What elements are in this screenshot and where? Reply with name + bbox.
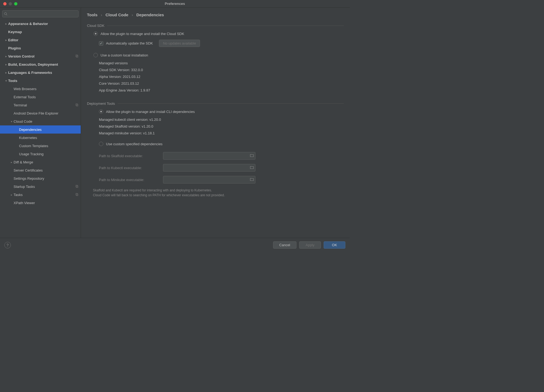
sidebar-item[interactable]: ▸Tasks	[0, 191, 81, 199]
settings-tree[interactable]: ▸Appearance & Behavior▸Keymap▸Editor▸Plu…	[0, 20, 81, 238]
preferences-window: Preferences ▸Appearance & Behavior▸Keyma…	[0, 0, 350, 252]
cloud-sdk-section: Cloud SDK Allow the plugin to manage and…	[81, 22, 350, 98]
radio-custom-sdk[interactable]: Use a custom local installation	[87, 53, 344, 57]
sidebar-item[interactable]: ▸Languages & Frameworks	[0, 68, 81, 77]
sidebar-item[interactable]: ▸Diff & Merge	[0, 158, 81, 166]
sidebar-item-label: Editor	[8, 38, 79, 42]
help-button[interactable]: ?	[4, 242, 11, 248]
sidebar-item[interactable]: ▸Keymap	[0, 28, 81, 36]
path-input-wrap	[163, 176, 255, 184]
sidebar-item[interactable]: ▸Settings Repository	[0, 174, 81, 182]
sidebar-item[interactable]: ▸Terminal	[0, 101, 81, 109]
kubectl-path-input[interactable]	[163, 164, 255, 172]
sidebar-item[interactable]: ▸Editor	[0, 36, 81, 44]
section-divider	[118, 103, 344, 104]
sidebar-item-label: Tools	[8, 79, 79, 83]
sidebar-item[interactable]: ▸Usage Tracking	[0, 150, 81, 158]
chevron-right-icon: ▸	[9, 193, 14, 196]
cancel-button[interactable]: Cancel	[273, 241, 296, 249]
svg-rect-5	[76, 104, 78, 106]
custom-paths-block: Path to Skaffold executable: Path to Kub…	[87, 152, 344, 184]
sidebar-item[interactable]: ▸Web Browsers	[0, 85, 81, 93]
project-level-icon	[75, 103, 79, 107]
sidebar-item-label: Build, Execution, Deployment	[8, 62, 79, 67]
search-input[interactable]	[2, 10, 79, 17]
sidebar-item-label: Version Control	[8, 54, 75, 58]
section-header: Cloud SDK	[87, 24, 344, 28]
radio-manage-sdk[interactable]: Allow the plugin to manage and install t…	[87, 31, 344, 36]
apply-button[interactable]: Apply	[299, 241, 321, 249]
radio-label: Allow the plugin to manage and install C…	[106, 110, 195, 114]
sidebar-item-label: External Tools	[14, 95, 79, 99]
chevron-down-icon: ▾	[9, 120, 14, 123]
sidebar-item[interactable]: ▸Version Control	[0, 52, 81, 60]
info-line: Managed versions	[99, 61, 344, 65]
sidebar-item[interactable]: ▸Server Certificates	[0, 166, 81, 174]
project-level-icon	[75, 185, 79, 189]
info-line: Alpha Version: 2021.03.12	[99, 75, 344, 79]
sidebar-item[interactable]: ▸Custom Templates	[0, 142, 81, 150]
note-line: Skaffold and Kubectl are required for in…	[93, 188, 344, 193]
sidebar-item[interactable]: ▸External Tools	[0, 93, 81, 101]
minikube-path-input[interactable]	[163, 176, 255, 184]
radio-custom-cli[interactable]: Use custom specified dependencies	[87, 142, 344, 146]
project-level-icon	[75, 54, 79, 58]
sidebar-item-label: Custom Templates	[19, 144, 79, 148]
radio-label: Use a custom local installation	[101, 53, 148, 57]
chevron-right-icon: ▸	[4, 63, 8, 66]
search-box	[2, 10, 79, 17]
svg-point-0	[4, 12, 7, 15]
sidebar-item[interactable]: ▸Plugins	[0, 44, 81, 52]
radio-icon	[93, 31, 98, 36]
sidebar-item[interactable]: ▸Appearance & Behavior	[0, 20, 81, 28]
folder-icon[interactable]	[250, 154, 254, 158]
sidebar-item-label: Settings Repository	[14, 176, 79, 181]
folder-icon[interactable]	[250, 166, 254, 170]
section-divider	[107, 26, 344, 26]
sidebar-item[interactable]: ▸Android Device File Explorer	[0, 109, 81, 117]
traffic-lights	[0, 2, 17, 5]
section-title: Cloud SDK	[87, 24, 104, 28]
sidebar-item[interactable]: ▸Build, Execution, Deployment	[0, 60, 81, 68]
breadcrumb-part[interactable]: Cloud Code	[105, 12, 128, 17]
path-input-wrap	[163, 152, 255, 160]
sidebar-item-label: Cloud Code	[14, 119, 79, 124]
sidebar-item[interactable]: ▸Startup Tasks	[0, 182, 81, 191]
sidebar: ▸Appearance & Behavior▸Keymap▸Editor▸Plu…	[0, 8, 81, 238]
sidebar-item-label: Startup Tasks	[14, 185, 75, 189]
radio-manage-cli[interactable]: Allow the plugin to manage and install C…	[87, 109, 344, 114]
footer-buttons: Cancel Apply OK	[273, 241, 345, 249]
maximize-window-button[interactable]	[14, 2, 17, 5]
checkbox-icon	[99, 41, 103, 46]
svg-rect-8	[76, 193, 77, 195]
info-line: Cloud SDK Version: 332.0.0	[99, 68, 344, 72]
sidebar-item-label: Kubernetes	[19, 136, 79, 140]
sidebar-item-label: Terminal	[14, 103, 75, 107]
sidebar-item[interactable]: ▾Tools	[0, 77, 81, 85]
breadcrumb-sep: ›	[132, 12, 133, 17]
sidebar-item-label: Diff & Merge	[14, 160, 79, 164]
sidebar-item[interactable]: ▸Kubernetes	[0, 134, 81, 142]
minimize-window-button[interactable]	[9, 2, 12, 5]
titlebar: Preferences	[0, 0, 350, 8]
sidebar-item[interactable]: ▾Cloud Code	[0, 117, 81, 125]
sidebar-item-label: XPath Viewer	[14, 201, 79, 205]
path-label: Path to Skaffold executable:	[99, 154, 158, 158]
radio-icon	[99, 142, 103, 146]
info-line: Managed kubectl client version: v1.20.0	[99, 118, 344, 122]
no-updates-button[interactable]: No updates available	[159, 40, 200, 47]
sidebar-item-label: Appearance & Behavior	[8, 22, 79, 26]
close-window-button[interactable]	[3, 2, 7, 5]
folder-icon[interactable]	[250, 178, 254, 182]
checkbox-auto-update[interactable]: Automatically update the SDK No updates …	[87, 40, 344, 47]
chevron-right-icon: ▸	[4, 39, 8, 42]
skaffold-path-input[interactable]	[163, 152, 255, 160]
sidebar-item[interactable]: ▸Dependencies	[0, 125, 81, 134]
chevron-right-icon: ▸	[9, 161, 14, 164]
sidebar-item[interactable]: ▸XPath Viewer	[0, 199, 81, 207]
managed-cli-versions: Managed kubectl client version: v1.20.0 …	[87, 118, 344, 135]
breadcrumb-part[interactable]: Tools	[87, 12, 98, 17]
ok-button[interactable]: OK	[324, 241, 345, 249]
info-line: Core Version: 2021.03.12	[99, 81, 344, 86]
radio-icon	[99, 109, 103, 114]
